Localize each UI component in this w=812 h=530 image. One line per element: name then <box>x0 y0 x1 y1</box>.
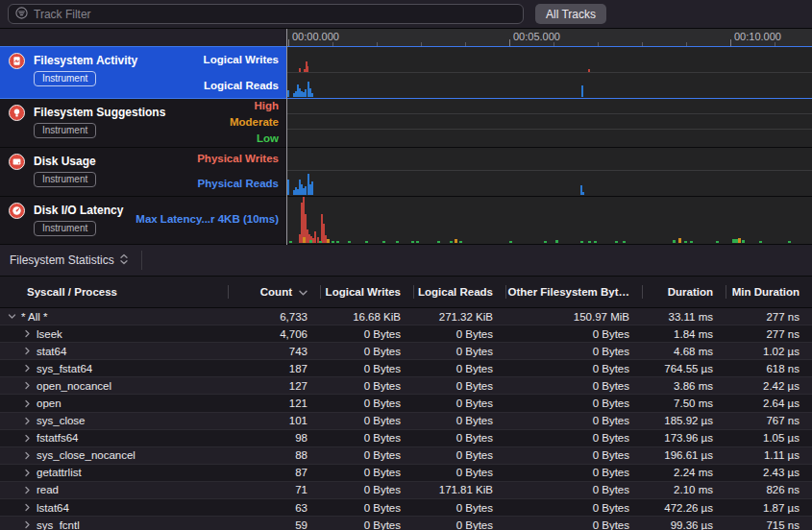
syscall-name: open <box>37 398 62 409</box>
statistics-panel: Filesystem Statistics Syscall / ProcessC… <box>0 245 812 530</box>
track-filesystem-activity[interactable]: Filesystem ActivityInstrumentLogical Wri… <box>0 46 812 99</box>
data-bar <box>684 241 687 243</box>
disk-icon <box>9 154 25 170</box>
cell-value: 98 <box>228 432 320 444</box>
column-header-min-duration[interactable]: Min Duration <box>726 277 812 307</box>
column-header-logical-reads[interactable]: Logical Reads <box>413 277 505 307</box>
detail-view-selector[interactable]: Filesystem Statistics <box>10 251 142 270</box>
disclosure-collapsed-icon[interactable] <box>23 417 32 425</box>
cell-value: 0 Bytes <box>413 519 505 530</box>
data-bar <box>365 241 368 243</box>
instruments-window: Track Filter All Tracks 00:00.00000:05.0… <box>0 0 812 530</box>
cell-value: 121 <box>228 398 320 409</box>
table-row-lstat64[interactable]: lstat64630 Bytes0 Bytes0 Bytes472.26 µs1… <box>0 499 812 517</box>
cell-value: 0 Bytes <box>320 328 413 340</box>
track-name: Filesystem Activity <box>34 54 137 67</box>
table-row-fstatfs64[interactable]: fstatfs64980 Bytes0 Bytes0 Bytes173.96 µ… <box>0 430 812 447</box>
cell-value: 472.26 µs <box>642 502 726 514</box>
disclosure-collapsed-icon[interactable] <box>23 451 32 460</box>
cell-value: 0 Bytes <box>413 398 505 409</box>
data-bar <box>303 237 306 243</box>
cell-value: 2.42 µs <box>726 380 812 392</box>
data-bar <box>678 238 681 243</box>
toolbar: Track Filter All Tracks <box>0 0 812 29</box>
disclosure-collapsed-icon[interactable] <box>23 347 32 355</box>
disclosure-collapsed-icon[interactable] <box>23 399 32 408</box>
table-row-sys-fstat64[interactable]: sys_fstat641870 Bytes0 Bytes0 Bytes764.5… <box>0 360 812 377</box>
table-row-stat64[interactable]: stat647430 Bytes0 Bytes0 Bytes4.68 ms1.0… <box>0 343 812 360</box>
timeline-ruler[interactable]: 00:00.00000:05.00000:10.000 <box>287 29 812 46</box>
table-row-read[interactable]: read710 Bytes171.81 KiB0 Bytes2.10 ms826… <box>0 482 812 499</box>
cell-value: 16.68 KiB <box>320 311 413 323</box>
column-header-other-filesystem-byt-[interactable]: Other Filesystem Byt… <box>505 277 642 307</box>
disclosure-collapsed-icon[interactable] <box>23 503 32 512</box>
data-bar <box>311 93 313 97</box>
ruler-tick-major <box>509 39 510 46</box>
disclosure-collapsed-icon[interactable] <box>23 434 32 443</box>
cell-value: 33.11 ms <box>642 311 726 323</box>
table-row-sys-close-nocancel[interactable]: sys_close_nocancel880 Bytes0 Bytes0 Byte… <box>0 447 812 465</box>
table-row-open[interactable]: open1210 Bytes0 Bytes0 Bytes7.50 ms2.64 … <box>0 395 812 412</box>
track-graph[interactable] <box>287 47 812 98</box>
column-header-count[interactable]: Count <box>228 277 320 307</box>
cell-value: 0 Bytes <box>320 346 413 357</box>
cell-value: 127 <box>228 380 320 392</box>
disclosure-collapsed-icon[interactable] <box>23 329 32 338</box>
syscall-name: getattrlist <box>37 467 82 478</box>
lane-label: Logical Writes <box>204 54 279 65</box>
table-row-All[interactable]: * All *6,73316.68 KiB271.32 KiB150.97 Mi… <box>0 308 812 325</box>
table-row-open-nocancel[interactable]: open_nocancel1270 Bytes0 Bytes0 Bytes3.8… <box>0 377 812 395</box>
table-row-sys-close[interactable]: sys_close1010 Bytes0 Bytes0 Bytes185.92 … <box>0 413 812 430</box>
track-filesystem-suggestions[interactable]: Filesystem SuggestionsInstrumentHighMode… <box>0 99 812 148</box>
track-graph[interactable] <box>287 197 812 244</box>
column-header-duration[interactable]: Duration <box>642 277 726 307</box>
disclosure-collapsed-icon[interactable] <box>23 469 32 477</box>
disclosure-collapsed-icon[interactable] <box>23 364 32 373</box>
disclosure-collapsed-icon[interactable] <box>23 381 32 390</box>
track-header[interactable]: Disk UsageInstrumentPhysical WritesPhysi… <box>0 148 286 196</box>
cell-value: 63 <box>228 502 320 514</box>
track-header[interactable]: Filesystem ActivityInstrumentLogical Wri… <box>0 47 286 98</box>
table-row-sys-fcntl[interactable]: sys_fcntl590 Bytes0 Bytes0 Bytes99.36 µs… <box>0 517 812 530</box>
data-bar <box>287 180 289 195</box>
data-bar <box>742 240 745 243</box>
disclosure-collapsed-icon[interactable] <box>23 486 32 494</box>
cell-value: 4,706 <box>228 328 320 340</box>
data-bar <box>581 85 583 97</box>
all-tracks-button[interactable]: All Tracks <box>535 4 606 24</box>
track-disk-i-o-latency[interactable]: Disk I/O LatencyInstrumentMax Latency...… <box>0 197 812 245</box>
syscall-name: sys_fstat64 <box>37 363 92 374</box>
track-pane-splitter[interactable] <box>286 29 287 245</box>
cell-value: 277 ns <box>726 328 812 340</box>
ruler-tick-major <box>730 39 731 46</box>
table-row-lseek[interactable]: lseek4,7060 Bytes0 Bytes0 Bytes1.84 ms27… <box>0 325 812 343</box>
cell-value: 196.61 µs <box>642 449 726 461</box>
data-bar <box>455 239 457 243</box>
lightbulb-icon <box>9 105 25 121</box>
cell-value: 0 Bytes <box>505 398 642 409</box>
data-bar <box>738 238 741 243</box>
track-disk-usage[interactable]: Disk UsageInstrumentPhysical WritesPhysi… <box>0 148 812 197</box>
syscall-name: lstat64 <box>37 502 69 514</box>
track-header[interactable]: Filesystem SuggestionsInstrumentHighMode… <box>0 99 286 147</box>
cell-value: 2.10 ms <box>642 484 726 495</box>
syscall-name: open_nocancel <box>37 380 111 392</box>
cell-value: 764.55 µs <box>642 363 726 374</box>
track-filter-input[interactable]: Track Filter <box>8 4 524 24</box>
cell-value: 185.92 µs <box>642 415 726 426</box>
column-header-logical-writes[interactable]: Logical Writes <box>320 277 413 307</box>
column-header-syscall-process[interactable]: Syscall / Process <box>0 277 228 307</box>
graph-lane <box>287 47 812 73</box>
data-bar <box>327 239 330 243</box>
track-name: Disk I/O Latency <box>34 204 123 217</box>
track-graph[interactable] <box>287 99 812 147</box>
track-graph[interactable] <box>287 148 812 196</box>
cell-value: 59 <box>228 519 320 530</box>
disclosure-expanded-icon[interactable] <box>8 312 16 321</box>
track-header[interactable]: Disk I/O LatencyInstrumentMax Latency...… <box>0 197 286 244</box>
cell-value: 0 Bytes <box>505 467 642 478</box>
column-header-label: Syscall / Process <box>27 286 117 298</box>
disclosure-collapsed-icon[interactable] <box>23 520 32 529</box>
column-header-label: Logical Writes <box>326 286 401 298</box>
table-row-getattrlist[interactable]: getattrlist870 Bytes0 Bytes0 Bytes2.24 m… <box>0 465 812 482</box>
